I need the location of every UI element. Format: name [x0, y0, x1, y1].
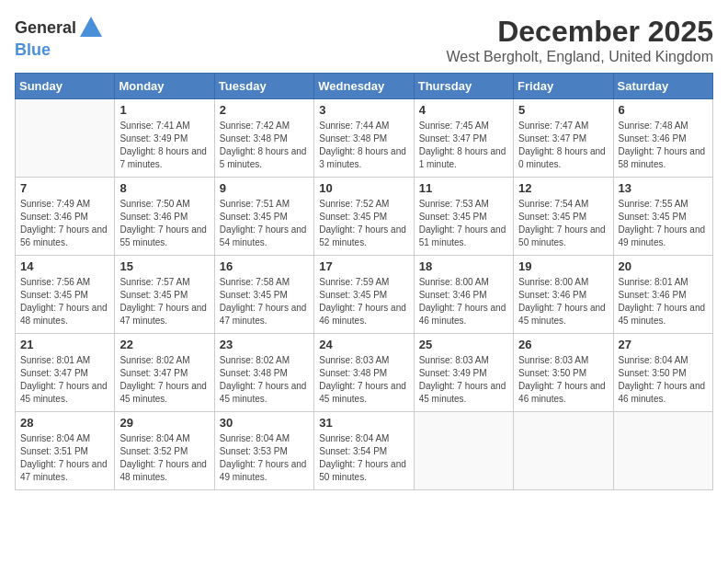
calendar-cell: 27Sunrise: 8:04 AMSunset: 3:50 PMDayligh… — [613, 334, 712, 412]
calendar-cell: 22Sunrise: 8:02 AMSunset: 3:47 PMDayligh… — [115, 334, 214, 412]
week-row-5: 28Sunrise: 8:04 AMSunset: 3:51 PMDayligh… — [16, 412, 713, 490]
calendar-cell: 10Sunrise: 7:52 AMSunset: 3:45 PMDayligh… — [314, 178, 414, 256]
weekday-header-friday: Friday — [514, 74, 613, 99]
day-info: Sunrise: 7:59 AMSunset: 3:45 PMDaylight:… — [319, 276, 408, 327]
calendar-cell — [16, 99, 115, 178]
day-info: Sunrise: 8:04 AMSunset: 3:51 PMDaylight:… — [20, 432, 109, 484]
calendar-cell: 9Sunrise: 7:51 AMSunset: 3:45 PMDaylight… — [214, 178, 313, 256]
day-number: 19 — [518, 259, 608, 273]
day-info: Sunrise: 7:42 AMSunset: 3:48 PMDaylight:… — [220, 120, 309, 171]
calendar-cell: 13Sunrise: 7:55 AMSunset: 3:45 PMDayligh… — [613, 178, 712, 256]
day-info: Sunrise: 8:00 AMSunset: 3:46 PMDaylight:… — [419, 276, 508, 327]
day-number: 28 — [20, 416, 109, 430]
day-number: 27 — [619, 338, 708, 351]
calendar-cell — [414, 412, 513, 490]
calendar-cell: 18Sunrise: 8:00 AMSunset: 3:46 PMDayligh… — [414, 256, 513, 334]
calendar-cell: 1Sunrise: 7:41 AMSunset: 3:49 PMDaylight… — [115, 99, 214, 178]
logo: General Blue — [15, 15, 104, 60]
month-title: December 2025 — [446, 15, 713, 49]
week-row-4: 21Sunrise: 8:01 AMSunset: 3:47 PMDayligh… — [16, 334, 713, 412]
week-row-1: 1Sunrise: 7:41 AMSunset: 3:49 PMDaylight… — [16, 99, 713, 178]
calendar-cell: 7Sunrise: 7:49 AMSunset: 3:46 PMDaylight… — [16, 178, 115, 256]
svg-marker-0 — [80, 17, 102, 37]
logo-icon — [78, 15, 104, 40]
day-number: 12 — [518, 181, 608, 195]
day-info: Sunrise: 7:50 AMSunset: 3:46 PMDaylight:… — [119, 198, 209, 249]
day-info: Sunrise: 8:02 AMSunset: 3:47 PMDaylight:… — [119, 354, 209, 406]
title-block: December 2025 West Bergholt, England, Un… — [446, 15, 713, 65]
day-info: Sunrise: 7:53 AMSunset: 3:45 PMDaylight:… — [419, 198, 508, 249]
day-number: 6 — [619, 103, 708, 117]
day-info: Sunrise: 8:03 AMSunset: 3:50 PMDaylight:… — [518, 354, 608, 406]
weekday-header-saturday: Saturday — [613, 74, 712, 99]
day-info: Sunrise: 7:52 AMSunset: 3:45 PMDaylight:… — [319, 198, 408, 249]
day-number: 13 — [619, 181, 708, 195]
day-number: 29 — [119, 416, 209, 430]
day-info: Sunrise: 8:03 AMSunset: 3:48 PMDaylight:… — [319, 354, 408, 406]
weekday-header-row: SundayMondayTuesdayWednesdayThursdayFrid… — [16, 74, 713, 99]
calendar-cell: 20Sunrise: 8:01 AMSunset: 3:46 PMDayligh… — [613, 256, 712, 334]
day-info: Sunrise: 8:04 AMSunset: 3:50 PMDaylight:… — [619, 354, 708, 406]
calendar-cell: 15Sunrise: 7:57 AMSunset: 3:45 PMDayligh… — [115, 256, 214, 334]
day-info: Sunrise: 7:54 AMSunset: 3:45 PMDaylight:… — [518, 198, 608, 249]
weekday-header-monday: Monday — [115, 74, 214, 99]
day-number: 21 — [20, 338, 109, 351]
week-row-2: 7Sunrise: 7:49 AMSunset: 3:46 PMDaylight… — [16, 178, 713, 256]
page-header: General Blue December 2025 West Bergholt… — [15, 15, 713, 65]
calendar-cell: 28Sunrise: 8:04 AMSunset: 3:51 PMDayligh… — [16, 412, 115, 490]
calendar-cell: 16Sunrise: 7:58 AMSunset: 3:45 PMDayligh… — [214, 256, 313, 334]
day-number: 26 — [518, 338, 608, 351]
calendar-cell: 2Sunrise: 7:42 AMSunset: 3:48 PMDaylight… — [214, 99, 313, 178]
day-info: Sunrise: 7:56 AMSunset: 3:45 PMDaylight:… — [20, 276, 109, 327]
weekday-header-thursday: Thursday — [414, 74, 513, 99]
day-info: Sunrise: 7:49 AMSunset: 3:46 PMDaylight:… — [20, 198, 109, 249]
day-number: 8 — [119, 181, 209, 195]
day-number: 1 — [119, 103, 209, 117]
day-number: 17 — [319, 259, 408, 273]
calendar-cell: 25Sunrise: 8:03 AMSunset: 3:49 PMDayligh… — [414, 334, 513, 412]
weekday-header-wednesday: Wednesday — [314, 74, 414, 99]
day-number: 4 — [419, 103, 508, 117]
day-number: 2 — [220, 103, 309, 117]
calendar-cell: 11Sunrise: 7:53 AMSunset: 3:45 PMDayligh… — [414, 178, 513, 256]
calendar-table: SundayMondayTuesdayWednesdayThursdayFrid… — [15, 73, 713, 490]
week-row-3: 14Sunrise: 7:56 AMSunset: 3:45 PMDayligh… — [16, 256, 713, 334]
day-info: Sunrise: 8:02 AMSunset: 3:48 PMDaylight:… — [220, 354, 309, 406]
calendar-cell: 12Sunrise: 7:54 AMSunset: 3:45 PMDayligh… — [514, 178, 613, 256]
day-info: Sunrise: 7:41 AMSunset: 3:49 PMDaylight:… — [119, 120, 209, 171]
calendar-cell: 30Sunrise: 8:04 AMSunset: 3:53 PMDayligh… — [214, 412, 313, 490]
day-number: 25 — [419, 338, 508, 351]
day-number: 5 — [518, 103, 608, 117]
day-info: Sunrise: 7:51 AMSunset: 3:45 PMDaylight:… — [220, 198, 309, 249]
day-info: Sunrise: 8:04 AMSunset: 3:52 PMDaylight:… — [119, 432, 209, 484]
day-number: 18 — [419, 259, 508, 273]
day-number: 9 — [220, 181, 309, 195]
day-number: 3 — [319, 103, 408, 117]
day-number: 7 — [20, 181, 109, 195]
day-info: Sunrise: 7:57 AMSunset: 3:45 PMDaylight:… — [119, 276, 209, 327]
day-info: Sunrise: 7:48 AMSunset: 3:46 PMDaylight:… — [619, 120, 708, 171]
calendar-cell: 5Sunrise: 7:47 AMSunset: 3:47 PMDaylight… — [514, 99, 613, 178]
day-info: Sunrise: 7:55 AMSunset: 3:45 PMDaylight:… — [619, 198, 708, 249]
logo-general: General — [15, 18, 76, 38]
day-info: Sunrise: 7:58 AMSunset: 3:45 PMDaylight:… — [220, 276, 309, 327]
calendar-cell: 6Sunrise: 7:48 AMSunset: 3:46 PMDaylight… — [613, 99, 712, 178]
calendar-cell: 14Sunrise: 7:56 AMSunset: 3:45 PMDayligh… — [16, 256, 115, 334]
day-info: Sunrise: 8:03 AMSunset: 3:49 PMDaylight:… — [419, 354, 508, 406]
calendar-cell — [613, 412, 712, 490]
day-number: 15 — [119, 259, 209, 273]
calendar-cell: 4Sunrise: 7:45 AMSunset: 3:47 PMDaylight… — [414, 99, 513, 178]
calendar-cell: 17Sunrise: 7:59 AMSunset: 3:45 PMDayligh… — [314, 256, 414, 334]
day-info: Sunrise: 8:01 AMSunset: 3:47 PMDaylight:… — [20, 354, 109, 406]
day-info: Sunrise: 8:00 AMSunset: 3:46 PMDaylight:… — [518, 276, 608, 327]
calendar-cell: 3Sunrise: 7:44 AMSunset: 3:48 PMDaylight… — [314, 99, 414, 178]
day-info: Sunrise: 8:01 AMSunset: 3:46 PMDaylight:… — [619, 276, 708, 327]
calendar-cell: 24Sunrise: 8:03 AMSunset: 3:48 PMDayligh… — [314, 334, 414, 412]
day-number: 14 — [20, 259, 109, 273]
day-number: 16 — [220, 259, 309, 273]
day-info: Sunrise: 7:45 AMSunset: 3:47 PMDaylight:… — [419, 120, 508, 171]
weekday-header-sunday: Sunday — [16, 74, 115, 99]
calendar-cell — [514, 412, 613, 490]
day-number: 10 — [319, 181, 408, 195]
calendar-cell: 31Sunrise: 8:04 AMSunset: 3:54 PMDayligh… — [314, 412, 414, 490]
